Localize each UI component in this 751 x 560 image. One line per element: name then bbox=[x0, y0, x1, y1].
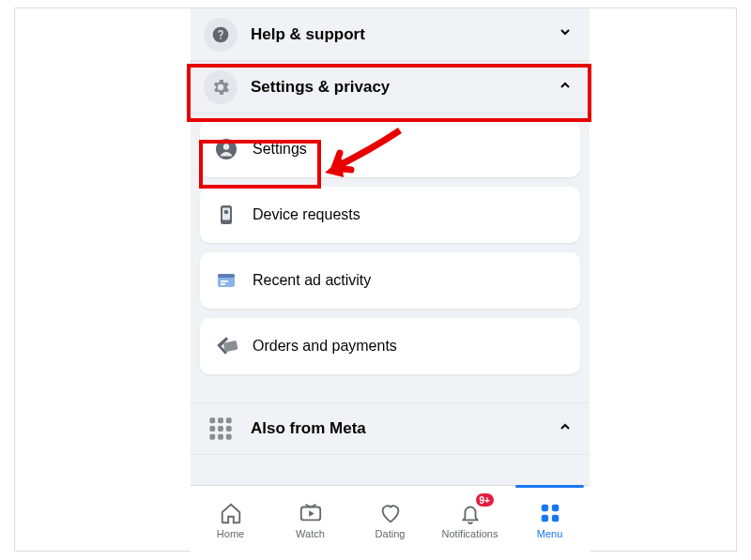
apps-grid-icon bbox=[204, 412, 238, 446]
svg-rect-21 bbox=[541, 504, 547, 510]
svg-rect-22 bbox=[551, 504, 558, 510]
section-label: Also from Meta bbox=[251, 419, 366, 438]
section-header-also-meta[interactable]: Also from Meta bbox=[191, 402, 590, 455]
settings-item-orders-payments[interactable]: Orders and payments bbox=[200, 318, 580, 374]
phone-screen: Help & support Settings & privacy bbox=[191, 8, 590, 552]
nav-notifications[interactable]: 9+ Notifications bbox=[430, 486, 510, 552]
nav-menu[interactable]: Menu bbox=[510, 486, 590, 552]
section-label: Help & support bbox=[251, 25, 365, 44]
svg-rect-14 bbox=[209, 426, 215, 431]
nav-label: Dating bbox=[376, 528, 406, 539]
settings-item-recent-ad-activity[interactable]: Recent ad activity bbox=[200, 252, 580, 309]
svg-point-1 bbox=[223, 144, 229, 149]
device-icon bbox=[213, 202, 239, 228]
svg-rect-9 bbox=[221, 283, 225, 285]
menu-icon bbox=[537, 500, 563, 526]
item-label: Device requests bbox=[253, 206, 360, 223]
svg-rect-8 bbox=[221, 280, 228, 282]
screenshot-frame: Help & support Settings & privacy bbox=[14, 8, 737, 552]
item-label: Recent ad activity bbox=[253, 272, 371, 289]
person-icon bbox=[213, 136, 239, 162]
payment-icon bbox=[213, 333, 239, 359]
nav-dating[interactable]: Dating bbox=[350, 486, 430, 552]
settings-privacy-items: Settings Device requests Recent ad activ… bbox=[191, 114, 590, 384]
ad-activity-icon bbox=[213, 267, 239, 294]
svg-rect-10 bbox=[223, 341, 238, 352]
settings-item-settings[interactable]: Settings bbox=[200, 121, 580, 177]
svg-rect-23 bbox=[541, 514, 547, 521]
home-icon bbox=[218, 500, 244, 526]
svg-rect-16 bbox=[226, 426, 232, 431]
bottom-nav: Home Watch Dating 9+ Notifications bbox=[191, 485, 590, 552]
nav-label: Notifications bbox=[442, 528, 498, 539]
svg-rect-12 bbox=[218, 417, 223, 423]
svg-rect-15 bbox=[218, 426, 223, 431]
nav-label: Watch bbox=[296, 528, 325, 539]
settings-item-device-requests[interactable]: Device requests bbox=[200, 187, 580, 243]
help-icon bbox=[204, 18, 238, 52]
nav-home[interactable]: Home bbox=[191, 486, 270, 552]
chevron-up-icon bbox=[558, 419, 573, 439]
notifications-badge: 9+ bbox=[474, 492, 496, 508]
nav-label: Menu bbox=[537, 528, 563, 539]
gear-icon bbox=[204, 70, 238, 104]
chevron-up-icon bbox=[558, 78, 573, 98]
section-label: Settings & privacy bbox=[251, 78, 390, 97]
section-header-help[interactable]: Help & support bbox=[191, 8, 590, 61]
nav-label: Home bbox=[217, 528, 244, 539]
svg-rect-13 bbox=[226, 417, 232, 423]
dating-icon bbox=[377, 500, 404, 526]
svg-rect-18 bbox=[218, 434, 223, 440]
nav-watch[interactable]: Watch bbox=[270, 486, 350, 552]
watch-icon bbox=[298, 500, 324, 526]
item-label: Orders and payments bbox=[253, 338, 397, 355]
chevron-down-icon bbox=[558, 24, 573, 44]
svg-rect-7 bbox=[218, 274, 235, 278]
svg-rect-17 bbox=[209, 434, 215, 440]
svg-rect-19 bbox=[226, 434, 232, 440]
svg-rect-24 bbox=[551, 514, 558, 521]
section-header-settings-privacy[interactable]: Settings & privacy bbox=[191, 61, 590, 114]
svg-rect-11 bbox=[209, 417, 215, 423]
item-label: Settings bbox=[253, 141, 307, 158]
